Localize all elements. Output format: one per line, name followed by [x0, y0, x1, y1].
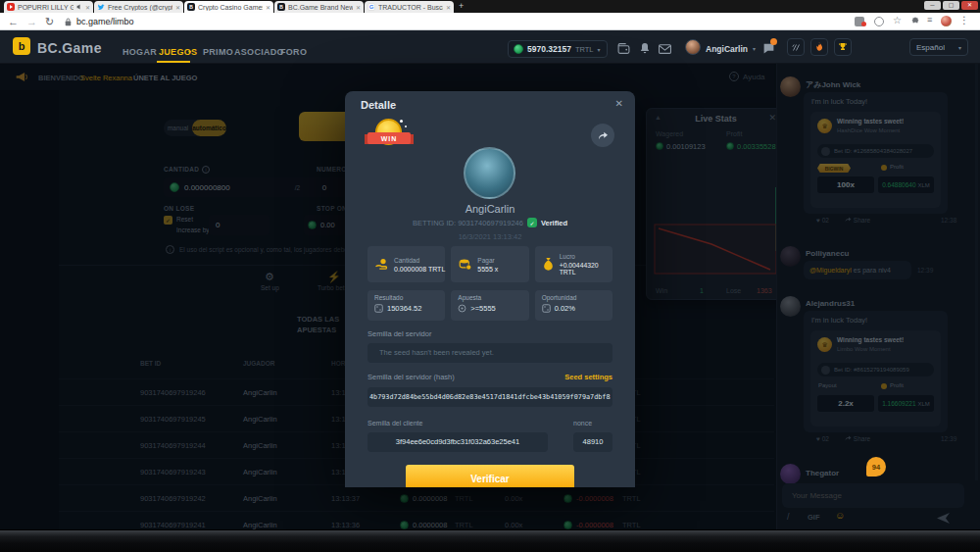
- tab-title: Free Cryptos (@cryptosfaucets): [108, 4, 172, 11]
- chrome-menu-icon[interactable]: ⋮: [959, 15, 969, 25]
- chevron-down-icon: ▾: [958, 44, 961, 51]
- hot-games-button[interactable]: [810, 38, 828, 56]
- username-label[interactable]: AngiCarlin: [706, 44, 748, 54]
- stat-card-pagar: Pagar 5555 x: [451, 246, 528, 282]
- trophy-icon: [838, 42, 848, 52]
- nav-primo[interactable]: PRIMO: [203, 47, 233, 57]
- nav-asociado[interactable]: ASOCIADO: [234, 47, 284, 57]
- screen: POPURRI LILLY GOODMAN ✕ Free Cryptos (@c…: [0, 0, 980, 552]
- user-avatar[interactable]: [685, 39, 701, 55]
- tab-close-icon[interactable]: ✕: [85, 4, 90, 11]
- target-icon: [458, 304, 466, 313]
- stat-card-lucro: Lucro +0.00444320 TRTL: [535, 246, 612, 282]
- wallet-icon[interactable]: [617, 43, 630, 54]
- moneybag-icon: [542, 257, 555, 272]
- server-seed-label: Semilla del servidor: [368, 329, 431, 338]
- new-tab-button[interactable]: +: [459, 1, 464, 11]
- verified-check-icon: ✓: [527, 218, 537, 227]
- nav-foro[interactable]: FORO: [280, 47, 307, 57]
- mail-icon[interactable]: [659, 44, 671, 54]
- trtl-coin-icon: [514, 44, 523, 54]
- stat-label: Apuesta: [458, 294, 521, 301]
- chevron-down-icon: ▾: [598, 46, 601, 53]
- url-text[interactable]: bc.game/limbo: [76, 17, 134, 26]
- browser-tab-5[interactable]: G TRADUCTOR - Buscar con Goog ✕: [365, 1, 454, 13]
- stat-label: Cantidad: [394, 257, 445, 264]
- balance-amount: 5970.32157: [527, 44, 571, 54]
- seed-settings-link[interactable]: Seed settings: [564, 373, 612, 381]
- windows-taskbar: ✦ P ES ▲ 01:17 p.m. 16/03/2021: [0, 529, 980, 552]
- nav-juegos[interactable]: JUEGOS: [159, 47, 197, 57]
- minimize-button[interactable]: ─: [924, 1, 941, 10]
- betting-id-row: BETTING ID: 9031740697919246 ✓ Verified: [345, 218, 635, 227]
- maximize-button[interactable]: ▢: [943, 1, 959, 10]
- tab-close-icon[interactable]: ✕: [446, 4, 451, 11]
- bell-icon[interactable]: [639, 42, 651, 55]
- stat-card-resultado: Resultado 150364.52: [368, 290, 445, 321]
- server-seed-hash-field: [368, 385, 612, 405]
- balance-currency: TRTL: [575, 45, 594, 54]
- tab-close-icon[interactable]: ✕: [175, 4, 180, 11]
- unread-count-balloon[interactable]: 94: [866, 457, 886, 477]
- tab-title: BC.Game Brand New Medal Ever: [288, 4, 353, 11]
- youtube-icon: [7, 3, 15, 11]
- nonce-field: [573, 430, 612, 450]
- speaker-icon: [76, 4, 82, 10]
- browser-tab-1[interactable]: POPURRI LILLY GOODMAN ✕: [4, 1, 93, 13]
- fire-icon: [815, 42, 823, 52]
- dice-icon: [542, 304, 551, 313]
- back-icon[interactable]: ←: [8, 13, 19, 30]
- bet-date: 16/3/2021 13:13:42: [345, 232, 635, 241]
- stat-card-oportunidad: Oportunidad 0.02%: [535, 290, 612, 321]
- server-seed-hash-input[interactable]: [368, 387, 612, 407]
- goguardian-icon[interactable]: [874, 17, 884, 26]
- nonce-input[interactable]: [573, 432, 612, 452]
- browser-tab-3-active[interactable]: B Crypto Casino Games - The 16 B ✕: [184, 1, 273, 13]
- tab-title: TRADUCTOR - Buscar con Goog: [378, 4, 443, 11]
- nav-hogar[interactable]: HOGAR: [122, 47, 157, 57]
- stat-label: Pagar: [477, 257, 498, 264]
- dice-icon: [374, 304, 383, 313]
- balance-selector[interactable]: 5970.32157 TRTL ▾: [508, 40, 608, 58]
- tab-close-icon[interactable]: ✕: [266, 4, 270, 11]
- win-medal: WIN: [368, 119, 411, 150]
- rain-button[interactable]: [787, 38, 805, 56]
- browser-tab-strip: POPURRI LILLY GOODMAN ✕ Free Cryptos (@c…: [0, 0, 980, 13]
- chevron-down-icon: ▾: [753, 45, 756, 52]
- client-seed-label: Semilla del cliente: [368, 420, 422, 427]
- contest-button[interactable]: [834, 38, 852, 56]
- extensions-puzzle-icon[interactable]: [910, 17, 920, 26]
- tab-close-icon[interactable]: ✕: [356, 4, 361, 11]
- verify-button[interactable]: Verificar: [406, 465, 574, 487]
- stat-card-cantidad: Cantidad 0.0000008 TRTL: [368, 246, 445, 282]
- tab-title: POPURRI LILLY GOODMAN: [18, 4, 74, 11]
- forward-icon[interactable]: →: [26, 13, 37, 30]
- nav-active-underline: [157, 61, 190, 63]
- reading-list-icon[interactable]: ≡: [927, 15, 931, 25]
- stat-value: 0.0000008 TRTL: [394, 266, 445, 273]
- close-button[interactable]: ✕: [961, 1, 978, 10]
- stat-cards-row1: Cantidad 0.0000008 TRTL Pagar 5555 x L: [368, 246, 612, 282]
- player-avatar: [464, 147, 515, 199]
- client-seed-input[interactable]: [368, 432, 548, 452]
- google-icon: G: [368, 3, 375, 11]
- nonce-label: nonce: [573, 420, 592, 427]
- bcgame-logo-icon[interactable]: b: [13, 37, 30, 55]
- share-button[interactable]: [591, 124, 614, 147]
- tab-title: Crypto Casino Games - The 16 B: [198, 4, 263, 11]
- stat-label: Oportunidad: [542, 294, 606, 301]
- chat-notification-badge: [770, 38, 777, 45]
- stat-label: Lucro: [560, 253, 612, 260]
- bookmark-star-icon[interactable]: ☆: [893, 15, 902, 25]
- bcgame-logo-text[interactable]: BC.Game: [37, 40, 102, 56]
- reload-icon[interactable]: ↻: [45, 13, 54, 30]
- browser-tab-4[interactable]: B BC.Game Brand New Medal Ever ✕: [274, 1, 364, 13]
- modal-title: Detalle: [361, 99, 396, 111]
- unread-count: 94: [872, 463, 880, 472]
- browser-tab-2[interactable]: Free Cryptos (@cryptosfaucets) ✕: [94, 1, 183, 13]
- close-icon[interactable]: ✕: [615, 98, 623, 109]
- server-seed-input[interactable]: [368, 343, 612, 363]
- lock-icon: [65, 18, 72, 26]
- language-selector[interactable]: Español ▾: [909, 38, 968, 56]
- profile-avatar[interactable]: [941, 16, 952, 26]
